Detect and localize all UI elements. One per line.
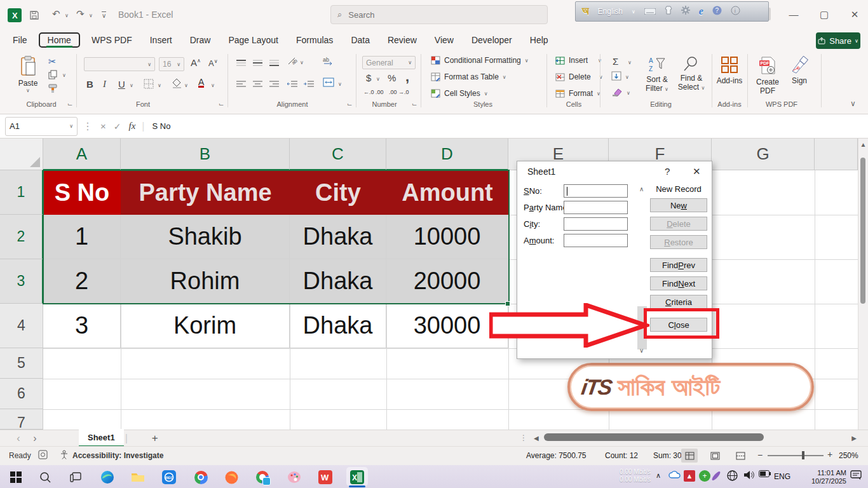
alignment-dialog-launcher[interactable]: ⌙ bbox=[347, 100, 352, 107]
notification-center-icon[interactable] bbox=[850, 470, 862, 480]
underline-dropdown-icon[interactable]: ∨ bbox=[130, 83, 133, 88]
cell-B3[interactable]: Rohim bbox=[121, 259, 290, 304]
enter-formula-icon[interactable]: ✓ bbox=[114, 121, 121, 132]
keyboard-icon[interactable] bbox=[644, 6, 656, 17]
find-prev-button[interactable]: Find Prev bbox=[650, 258, 707, 272]
underline-icon[interactable]: U bbox=[118, 79, 125, 90]
find-next-button[interactable]: Find Next bbox=[650, 276, 707, 290]
cell-B2[interactable]: Shakib bbox=[121, 215, 290, 259]
info-circle-icon[interactable]: i bbox=[731, 6, 740, 18]
vertical-scrollbar-thumb[interactable] bbox=[860, 158, 865, 304]
city-input[interactable] bbox=[564, 217, 628, 231]
cell-C2[interactable]: Dhaka bbox=[290, 215, 386, 259]
sign-button[interactable]: Sign bbox=[787, 56, 812, 85]
chrome-icon[interactable] bbox=[193, 469, 209, 485]
delete-button[interactable]: Delete bbox=[650, 217, 707, 231]
redo-icon[interactable]: ↷ bbox=[76, 8, 85, 20]
create-pdf-button[interactable]: PDF Create PDF bbox=[752, 56, 783, 95]
tab-strip-resizer[interactable]: ⋮ bbox=[520, 433, 527, 442]
col-header-partial[interactable] bbox=[815, 139, 858, 170]
tray-green-app-icon[interactable]: + bbox=[699, 470, 710, 482]
autosum-icon[interactable]: Σ bbox=[613, 56, 618, 67]
row-header-6[interactable]: 6 bbox=[0, 379, 43, 409]
undo-icon[interactable]: ↶ bbox=[52, 8, 60, 20]
row-header-5[interactable]: 5 bbox=[0, 348, 43, 379]
cell-D1[interactable]: Amount bbox=[386, 170, 508, 215]
merge-dropdown-icon[interactable]: ∨ bbox=[338, 81, 342, 87]
zoom-level[interactable]: 250% bbox=[839, 451, 858, 460]
new-button[interactable]: New bbox=[650, 198, 707, 212]
sort-filter-button[interactable]: AZ Sort & Filter ∨ bbox=[641, 56, 674, 93]
copy-dropdown-icon[interactable]: ∨ bbox=[62, 72, 66, 78]
copy-icon[interactable] bbox=[48, 70, 57, 82]
scroll-left-icon[interactable]: ◀ bbox=[534, 435, 539, 442]
settings-gear-icon[interactable] bbox=[681, 6, 690, 17]
formula-bar-divider[interactable]: ⋮ bbox=[83, 120, 93, 132]
accessibility-status[interactable]: Accessibility: Investigate bbox=[72, 451, 163, 460]
name-box[interactable]: A1∨ bbox=[5, 117, 78, 136]
col-header-D[interactable]: D bbox=[386, 139, 508, 170]
align-top-icon[interactable] bbox=[236, 58, 246, 69]
cell-A2[interactable]: 1 bbox=[43, 215, 121, 259]
tab-help[interactable]: Help bbox=[521, 32, 557, 48]
dialog-scroll-down-icon[interactable]: ∨ bbox=[639, 347, 644, 354]
comma-style-icon[interactable]: , bbox=[405, 69, 409, 85]
zoom-in-icon[interactable]: + bbox=[827, 449, 832, 459]
clear-eraser-icon[interactable] bbox=[611, 88, 622, 99]
row-header-2[interactable]: 2 bbox=[0, 215, 43, 259]
orientation-dropdown-icon[interactable]: ∨ bbox=[300, 60, 304, 65]
increase-indent-icon[interactable] bbox=[304, 79, 314, 90]
row-header-3[interactable]: 3 bbox=[0, 259, 43, 304]
formula-bar-value[interactable]: S No bbox=[152, 121, 170, 131]
font-color-icon[interactable]: A bbox=[198, 77, 204, 88]
cell-A1[interactable]: S No bbox=[43, 170, 121, 215]
number-format-combo[interactable]: General∨ bbox=[362, 56, 416, 69]
bold-icon[interactable]: B bbox=[86, 79, 93, 90]
row-header-1[interactable]: 1 bbox=[0, 170, 43, 215]
cut-icon[interactable]: ✂ bbox=[48, 56, 57, 67]
accessibility-icon[interactable] bbox=[60, 450, 69, 462]
taskbar-search-icon[interactable] bbox=[37, 469, 53, 485]
chrome-profile-icon[interactable] bbox=[254, 469, 271, 485]
orientation-icon[interactable]: ab bbox=[287, 57, 297, 68]
col-header-G[interactable]: G bbox=[712, 139, 815, 170]
borders-dropdown-icon[interactable]: ∨ bbox=[158, 83, 161, 88]
tray-expand-icon[interactable]: ∧ bbox=[656, 471, 661, 480]
browser-icon[interactable]: e bbox=[699, 6, 703, 17]
font-name-combo[interactable]: ∨ bbox=[84, 57, 155, 71]
firefox-icon[interactable] bbox=[223, 469, 240, 485]
dialog-help-icon[interactable]: ? bbox=[665, 166, 670, 177]
help-circle-icon[interactable]: ? bbox=[712, 6, 722, 18]
col-header-A[interactable]: A bbox=[43, 139, 121, 170]
find-select-button[interactable]: Find & Select ∨ bbox=[675, 56, 708, 92]
tab-wps-pdf[interactable]: WPS PDF bbox=[83, 32, 141, 48]
sheet-nav-prev-icon[interactable]: ‹ bbox=[10, 433, 27, 444]
font-dialog-launcher[interactable]: ⌙ bbox=[219, 100, 224, 107]
paste-button[interactable]: Paste ∨ bbox=[14, 56, 42, 97]
wrap-text-icon[interactable]: ab bbox=[323, 57, 334, 68]
font-color-dropdown-icon[interactable]: ∨ bbox=[211, 83, 215, 88]
cell-D3[interactable]: 20000 bbox=[386, 259, 508, 304]
add-sheet-icon[interactable]: + bbox=[152, 432, 158, 445]
format-cells-button[interactable]: Format∨ bbox=[555, 89, 600, 98]
input-language[interactable]: ENG bbox=[774, 472, 790, 481]
tab-view[interactable]: View bbox=[426, 32, 463, 48]
shrink-font-icon[interactable]: A∨ bbox=[208, 58, 218, 68]
search-box[interactable]: ⌕ bbox=[330, 5, 548, 24]
redo-dropdown-icon[interactable]: ∨ bbox=[89, 13, 93, 18]
sheet-tab-sheet1[interactable]: Sheet1 bbox=[79, 429, 124, 447]
clear-dropdown-icon[interactable]: ∨ bbox=[627, 90, 630, 96]
align-middle-icon[interactable] bbox=[253, 58, 262, 69]
avro-feather-icon[interactable] bbox=[714, 470, 718, 482]
language-selector[interactable]: English bbox=[598, 7, 623, 16]
wps-office-icon[interactable]: W bbox=[317, 469, 334, 485]
align-left-icon[interactable] bbox=[236, 79, 246, 90]
cell-C3[interactable]: Dhaka bbox=[290, 259, 386, 304]
save-icon[interactable] bbox=[28, 9, 41, 22]
align-bottom-icon[interactable] bbox=[269, 58, 279, 69]
clipboard-dialog-launcher[interactable]: ⌙ bbox=[67, 100, 72, 107]
cell-B1[interactable]: Party Name bbox=[121, 170, 290, 215]
tab-data[interactable]: Data bbox=[342, 32, 379, 48]
cell-C1[interactable]: City bbox=[290, 170, 386, 215]
merge-center-icon[interactable] bbox=[323, 78, 334, 90]
